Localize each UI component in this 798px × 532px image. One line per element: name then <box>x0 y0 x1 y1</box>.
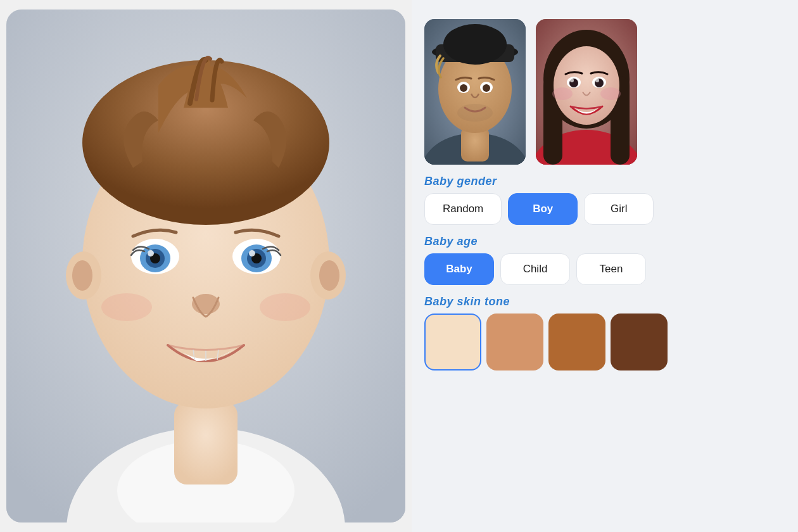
skin-label: Baby skin tone <box>424 295 779 308</box>
skin-swatch-2[interactable] <box>548 314 605 370</box>
svg-point-21 <box>101 293 152 321</box>
svg-point-19 <box>249 250 255 256</box>
svg-point-8 <box>72 260 92 291</box>
svg-rect-3 <box>174 402 238 484</box>
svg-point-48 <box>570 79 574 82</box>
skin-swatch-group <box>424 314 779 370</box>
age-label: Baby age <box>424 235 779 248</box>
age-baby-btn[interactable]: Baby <box>424 253 494 285</box>
gender-random-btn[interactable]: Random <box>424 193 502 225</box>
dad-photo[interactable] <box>424 19 526 165</box>
svg-point-51 <box>600 87 621 100</box>
gender-girl-btn[interactable]: Girl <box>584 193 654 225</box>
svg-point-36 <box>483 84 490 92</box>
age-child-btn[interactable]: Child <box>500 253 570 285</box>
skin-swatch-0[interactable] <box>424 314 481 370</box>
svg-point-37 <box>457 104 493 122</box>
parent-photos-row <box>424 19 779 165</box>
svg-point-49 <box>595 79 599 82</box>
skin-section: Baby skin tone <box>424 295 779 370</box>
gender-boy-btn[interactable]: Boy <box>508 193 578 225</box>
age-section: Baby age Baby Child Teen <box>424 235 779 285</box>
svg-point-22 <box>260 293 310 321</box>
mom-photo[interactable] <box>536 19 637 165</box>
svg-point-32 <box>443 24 507 65</box>
age-teen-btn[interactable]: Teen <box>576 253 646 285</box>
right-panel: Baby gender Random Boy Girl Baby age Bab… <box>412 0 798 532</box>
svg-point-9 <box>319 260 339 291</box>
skin-swatch-3[interactable] <box>611 314 668 370</box>
svg-point-50 <box>552 87 573 100</box>
main-child-photo <box>6 10 405 522</box>
svg-point-14 <box>148 250 154 256</box>
gender-button-group: Random Boy Girl <box>424 193 779 225</box>
age-button-group: Baby Child Teen <box>424 253 779 285</box>
gender-label: Baby gender <box>424 175 779 188</box>
skin-swatch-1[interactable] <box>486 314 543 370</box>
svg-point-34 <box>460 84 467 92</box>
gender-section: Baby gender Random Boy Girl <box>424 175 779 225</box>
left-panel <box>0 0 412 532</box>
